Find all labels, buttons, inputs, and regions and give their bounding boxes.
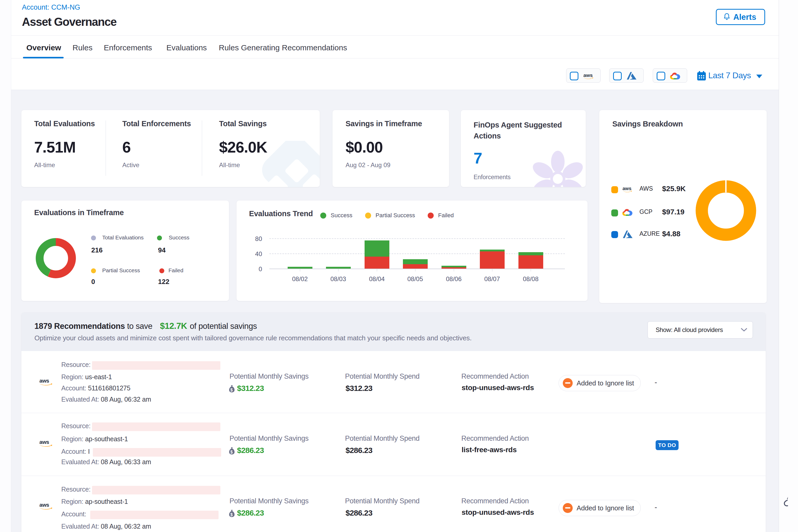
- svg-text:aws: aws: [39, 378, 49, 384]
- svg-text:aws: aws: [623, 186, 631, 191]
- svg-text:$: $: [230, 388, 233, 392]
- svg-text:aws: aws: [583, 73, 593, 78]
- svg-text:$: $: [230, 450, 233, 454]
- svg-text:aws: aws: [39, 502, 49, 508]
- svg-text:$: $: [230, 512, 233, 517]
- svg-text:aws: aws: [39, 439, 49, 445]
